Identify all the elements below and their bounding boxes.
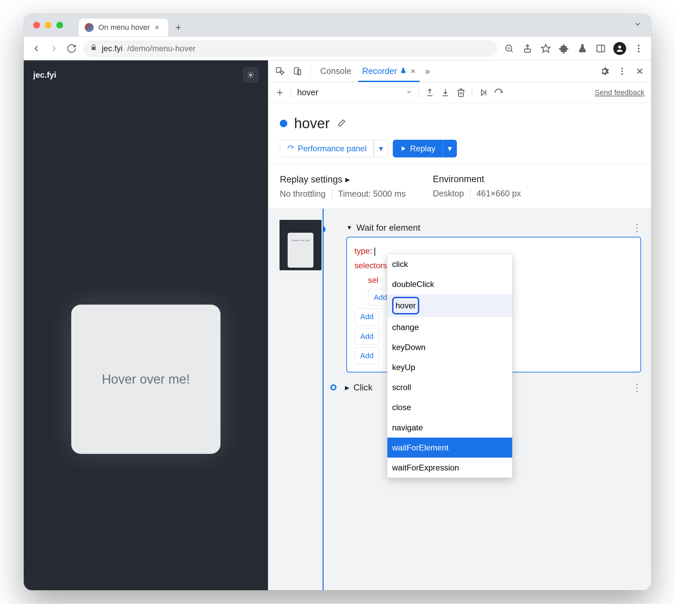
tab-recorder[interactable]: Recorder × xyxy=(361,61,417,81)
step-thumbnail[interactable]: Hover over me! xyxy=(278,219,323,271)
step-menu-icon[interactable]: ⋮ xyxy=(632,222,641,233)
step-editor-card[interactable]: type: selectors sel Add Add Add Add clic… xyxy=(346,237,641,372)
opt-navigate[interactable]: navigate xyxy=(387,418,512,438)
opt-waitforexpression[interactable]: waitForExpression xyxy=(387,458,512,478)
svg-line-2 xyxy=(511,50,513,52)
step-menu-icon[interactable]: ⋮ xyxy=(632,382,641,393)
throttling-value: No throttling xyxy=(280,189,332,199)
environment-info: Environment Desktop 461×660 px xyxy=(433,174,521,199)
labs-icon[interactable] xyxy=(577,43,588,54)
browser-tab-active[interactable]: On menu hover × xyxy=(79,19,168,36)
tabs-dropdown-icon[interactable] xyxy=(634,20,651,31)
favicon-icon xyxy=(85,23,94,32)
step-row: Hover over me! ▼ Wait for element ⋮ type… xyxy=(278,219,641,372)
import-icon[interactable] xyxy=(441,88,450,97)
perf-panel-button[interactable]: Performance panel xyxy=(280,140,374,157)
selectors-key: selectors xyxy=(354,261,387,270)
hover-card[interactable]: Hover over me! xyxy=(71,305,220,454)
back-icon[interactable] xyxy=(31,43,42,54)
url-path: /demo/menu-hover xyxy=(127,44,195,53)
add-recording-icon[interactable] xyxy=(275,88,285,97)
replay-dropdown[interactable]: ▾ xyxy=(443,140,457,157)
replay-button[interactable]: Replay xyxy=(393,140,443,157)
add-button-3[interactable]: Add xyxy=(354,328,379,345)
svg-point-8 xyxy=(638,44,640,46)
panel-icon[interactable] xyxy=(595,43,606,54)
timeout-value: Timeout: 5000 ms xyxy=(338,189,406,199)
more-tabs-icon[interactable]: » xyxy=(425,66,430,77)
svg-rect-21 xyxy=(294,68,299,74)
devtools-panel: Console Recorder × » hover xyxy=(268,60,651,590)
browser-tabs: On menu hover × + xyxy=(79,14,186,36)
tab-recorder-close-icon[interactable]: × xyxy=(411,66,416,76)
opt-scroll[interactable]: scroll xyxy=(387,377,512,397)
delete-icon[interactable] xyxy=(456,88,466,97)
add-button-2[interactable]: Add xyxy=(354,308,379,325)
traffic-lights xyxy=(24,22,73,28)
recording-select[interactable]: hover xyxy=(297,88,412,97)
recording-select-value: hover xyxy=(297,88,319,97)
svg-point-23 xyxy=(621,68,623,69)
url-domain: jec.fyi xyxy=(102,44,122,53)
edit-title-icon[interactable] xyxy=(336,119,346,128)
avatar-icon[interactable] xyxy=(613,42,626,55)
bookmark-icon[interactable] xyxy=(540,43,552,54)
content-split: jec.fyi Hover over me! Console Recorder xyxy=(24,60,651,590)
svg-line-19 xyxy=(252,73,253,74)
share-icon[interactable] xyxy=(522,43,533,54)
opt-waitforelement[interactable]: waitForElement xyxy=(387,438,512,458)
thumbnail-preview: Hover over me! xyxy=(288,233,313,268)
devtools-kebab-icon[interactable] xyxy=(617,66,627,76)
slow-replay-icon[interactable] xyxy=(494,88,503,97)
minimize-window-dot[interactable] xyxy=(45,22,52,28)
site-title: jec.fyi xyxy=(33,70,56,80)
opt-close[interactable]: close xyxy=(387,397,512,417)
replay-settings[interactable]: Replay settings ▸ No throttling Timeout:… xyxy=(280,174,406,199)
titlebar: On menu hover × + xyxy=(24,14,651,37)
devtools-tabs: Console Recorder × » xyxy=(268,60,651,82)
perf-panel-split-button: Performance panel ▾ xyxy=(280,140,388,157)
expand-icon: ▸ xyxy=(345,382,349,393)
zoom-window-dot[interactable] xyxy=(56,22,63,28)
theme-toggle-button[interactable] xyxy=(243,67,258,83)
opt-click[interactable]: click xyxy=(387,254,512,274)
perf-panel-dropdown[interactable]: ▾ xyxy=(374,140,388,157)
send-feedback-link[interactable]: Send feedback xyxy=(595,88,644,97)
opt-hover[interactable]: hover xyxy=(387,294,512,317)
forward-icon[interactable] xyxy=(48,43,60,54)
svg-point-24 xyxy=(621,70,623,72)
export-icon[interactable] xyxy=(425,88,435,97)
inspect-icon[interactable] xyxy=(275,66,285,76)
step-icon[interactable] xyxy=(478,88,488,97)
browser-window: On menu hover × + jec.fyi/demo/menu-hove… xyxy=(24,14,651,590)
opt-keydown[interactable]: keyDown xyxy=(387,337,512,357)
tab-close-icon[interactable]: × xyxy=(155,23,159,32)
devtools-close-icon[interactable] xyxy=(635,66,644,76)
svg-line-34 xyxy=(291,147,292,149)
new-tab-button[interactable]: + xyxy=(171,20,186,35)
opt-keyup[interactable]: keyUp xyxy=(387,357,512,377)
kebab-icon[interactable] xyxy=(633,43,644,54)
zoom-out-icon[interactable] xyxy=(503,43,515,54)
gear-icon[interactable] xyxy=(600,66,609,76)
addr-right-icons xyxy=(503,42,644,55)
type-key: type xyxy=(354,246,370,255)
close-window-dot[interactable] xyxy=(33,22,40,28)
extensions-icon[interactable] xyxy=(558,43,570,54)
device-icon[interactable] xyxy=(293,66,302,76)
chevron-down-icon xyxy=(406,88,412,97)
opt-change[interactable]: change xyxy=(387,317,512,337)
opt-doubleclick[interactable]: doubleClick xyxy=(387,274,512,294)
tab-console[interactable]: Console xyxy=(319,61,353,81)
svg-point-25 xyxy=(621,73,623,75)
type-autocomplete-dropdown: click doubleClick hover change keyDown k… xyxy=(387,254,513,478)
recorder-actions: Performance panel ▾ Replay ▾ xyxy=(280,140,640,157)
recorder-timeline: Hover over me! ▼ Wait for element ⋮ type… xyxy=(268,209,651,590)
reload-icon[interactable] xyxy=(66,43,77,54)
step-title: Wait for element xyxy=(356,223,420,233)
add-button-4[interactable]: Add xyxy=(354,347,379,364)
address-bar: jec.fyi/demo/menu-hover xyxy=(24,37,651,60)
omnibox[interactable]: jec.fyi/demo/menu-hover xyxy=(83,40,497,57)
step-body: ▼ Wait for element ⋮ type: selectors sel… xyxy=(331,219,641,372)
step-header[interactable]: ▼ Wait for element ⋮ xyxy=(346,219,641,237)
